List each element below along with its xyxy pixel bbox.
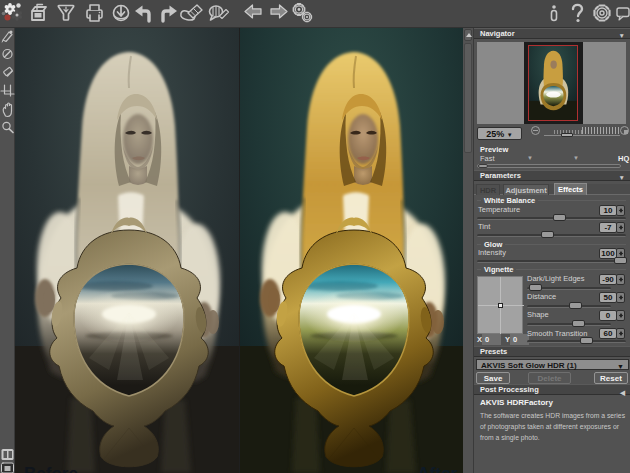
svg-text:Before: Before <box>24 464 78 473</box>
svg-text:After: After <box>417 464 457 473</box>
